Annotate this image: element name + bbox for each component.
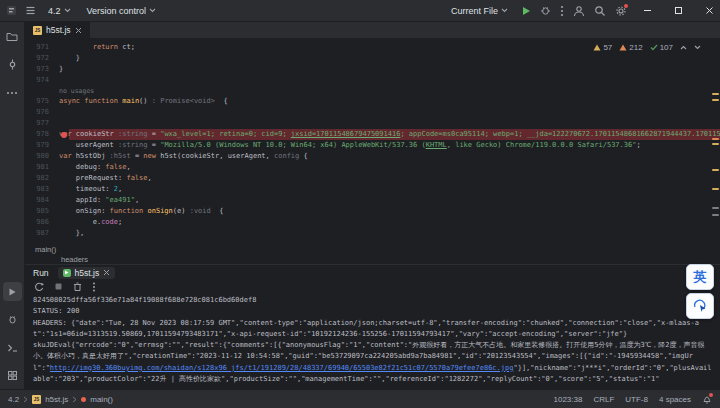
line-number-gutter[interactable]: 972 xyxy=(25,53,59,64)
line-number-gutter[interactable]: 984 xyxy=(25,195,59,206)
line-number-gutter[interactable]: 977 xyxy=(25,118,59,129)
text-segment: STATUS: 200 xyxy=(33,307,79,315)
next-problem-chevron-icon[interactable] xyxy=(694,45,701,50)
line-number-gutter[interactable]: 986 xyxy=(25,217,59,228)
console-link[interactable]: http://img30.360buyimg.com/shaidan/s128x… xyxy=(50,364,514,372)
line-number-gutter[interactable]: 979 xyxy=(25,140,59,151)
code-line: 979 userAgent :string = "Mozilla/5.0 (Wi… xyxy=(25,140,720,151)
caret-position-widget[interactable]: 1023:38 xyxy=(553,395,582,404)
code-text: timeout: 2, xyxy=(59,184,720,195)
line-number-gutter[interactable]: 983 xyxy=(25,184,59,195)
text-segment: function xyxy=(84,97,118,105)
statusbar-scope[interactable]: main() xyxy=(90,395,113,404)
weak-warnings-counter[interactable]: 57 xyxy=(593,43,612,52)
line-number-gutter[interactable]: 976 xyxy=(25,107,59,118)
editor-tab-h5st[interactable]: JS h5st.js xyxy=(25,22,91,38)
translate-floating-widget: 英 xyxy=(686,264,714,319)
statusbar-project[interactable]: 4.2 xyxy=(8,395,19,404)
resolved-counter[interactable]: 107 xyxy=(650,43,673,52)
breadcrumb-main[interactable]: main() xyxy=(25,244,720,254)
terminal-toolwindow-button[interactable] xyxy=(3,338,22,357)
app-logo-icon[interactable] xyxy=(6,5,17,16)
warnings-counter[interactable]: 212 xyxy=(619,43,642,52)
rerun-icon[interactable] xyxy=(34,282,44,292)
more-actions-kebab-icon[interactable] xyxy=(560,5,564,17)
clear-console-icon[interactable] xyxy=(73,282,82,292)
breadcrumb-headers[interactable]: headers xyxy=(25,254,720,264)
line-number-gutter[interactable]: 975 xyxy=(25,96,59,107)
editor-scrollbar[interactable] xyxy=(710,39,720,244)
window-maximize-button[interactable] xyxy=(667,0,689,22)
debug-toolwindow-button[interactable] xyxy=(3,310,22,329)
debug-button[interactable] xyxy=(540,5,551,16)
run-panel-title[interactable]: Run xyxy=(33,268,49,278)
text-segment: { xyxy=(304,152,308,160)
line-number-gutter[interactable]: 985 xyxy=(25,206,59,217)
run-tab-close-icon[interactable] xyxy=(103,269,110,276)
services-toolwindow-button[interactable] xyxy=(3,366,22,385)
statusbar: 4.2 JS h5st.js main() 1023:38 CRLF UTF-8… xyxy=(0,389,720,408)
code-line: 975async function main() : Promise<void>… xyxy=(25,96,720,107)
editor[interactable]: 971 return ct;972 }973}974no usages975as… xyxy=(25,39,720,244)
console-more-options-icon[interactable] xyxy=(92,282,96,292)
text-segment: KHTML xyxy=(426,141,447,149)
commit-icon xyxy=(7,59,18,70)
editor-column: JS h5st.js 971 return ct;972 }973}974no … xyxy=(25,22,720,389)
window-close-button[interactable] xyxy=(698,0,720,22)
line-number-gutter[interactable]: 980 xyxy=(25,151,59,162)
text-segment: onSign: xyxy=(59,207,110,215)
statusbar-breadcrumb: 4.2 JS h5st.js main() xyxy=(8,395,113,404)
console-output[interactable]: 824508025dffa56f336e71a84f19088f688e728c… xyxy=(25,293,720,389)
run-button[interactable] xyxy=(521,6,531,16)
more-toolwindows-button[interactable] xyxy=(3,83,22,102)
search-icon[interactable] xyxy=(594,5,606,17)
run-toolwindow-button[interactable] xyxy=(3,282,22,301)
cursor-arrow-icon xyxy=(693,299,707,313)
line-number-gutter[interactable]: 974 xyxy=(25,75,59,86)
line-number-gutter[interactable]: 987 xyxy=(25,228,59,239)
run-configuration-selector[interactable]: Current File xyxy=(447,4,512,18)
warning-triangle-icon xyxy=(593,44,601,51)
vcs-widget[interactable]: Version control xyxy=(83,4,161,18)
code-line: 986 e.code; xyxy=(25,217,720,228)
code-line: 977 xyxy=(25,118,720,129)
ellipsis-icon xyxy=(6,91,18,95)
window-minimize-button[interactable] xyxy=(636,0,658,22)
user-profile-icon[interactable] xyxy=(573,5,585,17)
line-number-gutter[interactable]: 981 xyxy=(25,162,59,173)
project-toolwindow-button[interactable] xyxy=(3,27,22,46)
line-number-gutter[interactable]: 978 xyxy=(25,129,59,140)
prev-problem-chevron-icon[interactable] xyxy=(680,45,687,50)
translate-drag-button[interactable] xyxy=(686,293,714,319)
text-segment: :h5st xyxy=(110,152,135,160)
project-selector[interactable]: 4.2 xyxy=(44,4,75,18)
line-separator-widget[interactable]: CRLF xyxy=(593,395,614,404)
text-segment: , xyxy=(148,174,152,182)
settings-gear-icon[interactable] xyxy=(615,5,627,17)
commit-toolwindow-button[interactable] xyxy=(3,55,22,74)
encoding-widget[interactable]: UTF-8 xyxy=(625,395,648,404)
statusbar-file[interactable]: h5st.js xyxy=(45,395,68,404)
translate-button[interactable]: 英 xyxy=(686,264,714,290)
run-configuration-label: Current File xyxy=(451,6,498,16)
notifications-bell-icon[interactable] xyxy=(702,394,712,404)
text-segment: :string xyxy=(118,130,152,138)
console-line: 824508025dffa56f336e71a84f19088f688e728c… xyxy=(33,295,712,306)
line-number-gutter[interactable]: 973 xyxy=(25,64,59,75)
run-config-tab[interactable]: h5st.js xyxy=(58,267,116,279)
text-segment: "Mozilla/5.0 (Windows NT 10.0; Win64; x6… xyxy=(160,141,426,149)
breakpoint-dot[interactable] xyxy=(61,132,67,138)
settings-badge xyxy=(624,4,628,8)
line-number-gutter[interactable] xyxy=(25,86,59,96)
run-tab-label: h5st.js xyxy=(75,268,100,278)
indent-widget[interactable]: 4 spaces xyxy=(659,395,691,404)
stop-icon[interactable] xyxy=(54,282,63,291)
project-name: 4.2 xyxy=(48,6,61,16)
main-menu-hamburger-icon[interactable] xyxy=(25,5,36,16)
tab-close-icon[interactable] xyxy=(75,27,82,34)
console-line: skuJDEval{"errcode":"0","errmsg":"","res… xyxy=(33,340,712,385)
line-number-gutter[interactable]: 982 xyxy=(25,173,59,184)
text-segment: config xyxy=(274,152,304,160)
inspections-widget[interactable]: 57 212 107 xyxy=(590,42,704,53)
line-number-gutter[interactable]: 971 xyxy=(25,42,59,53)
